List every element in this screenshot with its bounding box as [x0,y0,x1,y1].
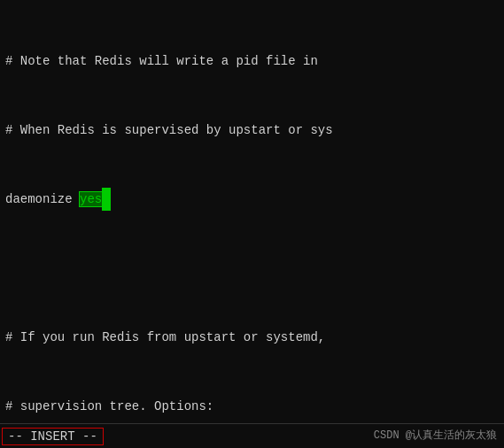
insert-mode-indicator: -- INSERT -- [2,428,104,445]
code-area[interactable]: # Note that Redis will write a pid file … [5,4,499,448]
blank-line-1 [5,257,499,280]
watermark: CSDN @认真生活的灰太狼 [374,428,497,443]
editor-container: # Note that Redis will write a pid file … [0,0,504,448]
line-2: # When Redis is supervised by upstart or… [5,119,499,142]
daemonize-line: daemonize yes [5,188,499,211]
line-5: # supervision tree. Options: [5,395,499,418]
daemonize-value: yes [80,192,102,206]
cursor [102,188,111,211]
line-4: # If you run Redis from upstart or syste… [5,326,499,349]
line-1: # Note that Redis will write a pid file … [5,50,499,73]
